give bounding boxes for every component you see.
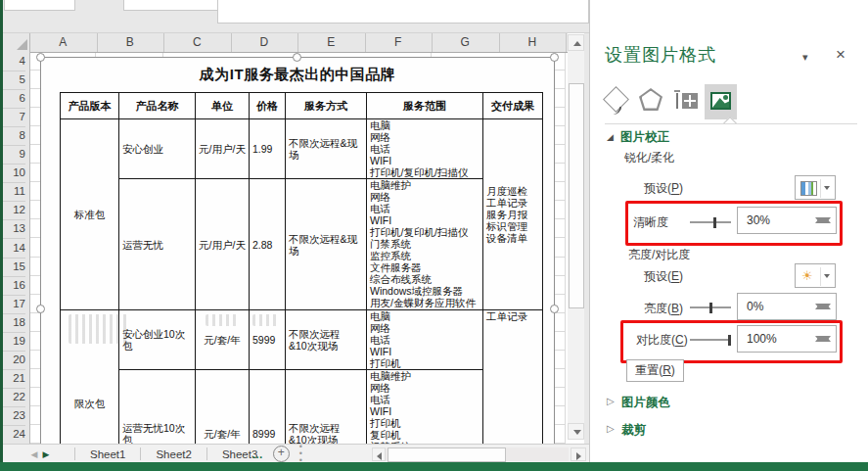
sheet-tab-sheet3[interactable]: Sheet3	[208, 446, 257, 463]
spinner-down-icon[interactable]	[815, 336, 831, 346]
contrast-slider[interactable]	[690, 339, 731, 341]
row-header-12[interactable]: 12	[3, 201, 25, 220]
column-header-E[interactable]: E	[297, 33, 366, 52]
scroll-right-button[interactable]	[571, 447, 586, 461]
scroll-left-button[interactable]	[372, 447, 386, 461]
row-header-17[interactable]: 17	[3, 295, 25, 314]
horizontal-scrollbar[interactable]	[372, 447, 569, 461]
picture-tab-selected[interactable]	[705, 84, 737, 119]
expand-triangle-icon[interactable]: ▷	[607, 396, 615, 406]
scroll-down-button[interactable]	[568, 423, 584, 440]
column-header-F[interactable]: F	[365, 33, 434, 52]
resize-handle-top-left[interactable]	[36, 53, 45, 62]
row-header-5[interactable]: 5	[3, 71, 25, 90]
fill-line-icon[interactable]	[603, 86, 629, 113]
brightness-contrast-label: 亮度/对比度	[628, 247, 690, 263]
tab-scroll-right-icon[interactable]: ▶	[40, 449, 52, 459]
size-properties-icon[interactable]	[682, 93, 698, 109]
column-header-H[interactable]: H	[499, 33, 568, 52]
spinner-down-icon[interactable]	[815, 217, 831, 227]
brightness-spinner[interactable]: 0%	[737, 293, 837, 320]
row-header-19[interactable]: 19	[3, 332, 25, 352]
resize-handle-middle-right[interactable]	[550, 305, 559, 313]
spinner-down-icon[interactable]	[815, 304, 831, 313]
row-header-10[interactable]: 10	[3, 164, 25, 183]
pane-menu-arrow-icon[interactable]: ▾	[802, 51, 808, 64]
row-header-16[interactable]: 16	[3, 276, 25, 296]
sharpness-value[interactable]: 30%	[747, 213, 770, 227]
row-header-11[interactable]: 11	[3, 182, 25, 202]
section-crop[interactable]: 裁剪	[621, 422, 646, 439]
effects-icon[interactable]	[639, 88, 662, 111]
close-icon[interactable]: ×	[836, 45, 845, 65]
collapse-triangle-icon[interactable]: ◢	[607, 132, 614, 142]
row-header-24[interactable]: 24	[3, 425, 25, 444]
pane-divider-line	[605, 123, 857, 124]
contrast-value[interactable]: 100%	[747, 332, 777, 346]
section-picture-color[interactable]: 图片颜色	[621, 395, 670, 411]
vertical-scrollbar[interactable]	[568, 34, 584, 440]
formula-bar-input[interactable]	[217, 0, 589, 24]
cell-price: 8999	[250, 370, 286, 447]
expand-triangle-icon[interactable]: ▷	[607, 423, 615, 434]
resize-handle-top-right[interactable]	[550, 53, 559, 62]
row-header-20[interactable]: 20	[3, 351, 25, 370]
row-header-7[interactable]: 7	[3, 108, 25, 127]
resize-handle-top-center[interactable]	[293, 53, 301, 62]
row-header-18[interactable]: 18	[3, 313, 25, 333]
brightness-slider-handle[interactable]	[709, 303, 712, 313]
row-header-14[interactable]: 14	[3, 239, 25, 259]
sharpen-preset-button[interactable]	[795, 175, 836, 200]
sharpness-label: 清晰度	[633, 214, 668, 231]
row-header-21[interactable]: 21	[3, 369, 25, 389]
reset-button[interactable]: 重置(R)	[626, 359, 684, 382]
sharpness-slider[interactable]	[690, 221, 731, 223]
tab-scroll-left-icon[interactable]: ◀	[28, 449, 40, 459]
arrow-down-icon	[573, 430, 581, 435]
resize-handle-middle-left[interactable]	[36, 305, 45, 313]
brightness-slider[interactable]	[690, 306, 731, 308]
sheet-tab-sheet2[interactable]: Sheet2	[142, 446, 205, 463]
embedded-picture[interactable]: 成为IT服务最杰出的中国品牌 产品版本 产品名称 单位 价格 服务方式 服务范围…	[40, 57, 555, 446]
tabs-overflow-indicator[interactable]: …	[251, 448, 264, 460]
row-header-22[interactable]: 22	[3, 388, 25, 407]
sheet-tab-sheet1[interactable]: Sheet1	[76, 446, 139, 463]
row-header-13[interactable]: 13	[3, 219, 25, 239]
scan-artifact	[69, 314, 129, 344]
picture-title: 成为IT服务最杰出的中国品牌	[41, 66, 554, 84]
brightness-value[interactable]: 0%	[747, 300, 763, 313]
sheet-tab-bar: ◀ ▶ Sheet1Sheet2Sheet3 … + •••	[3, 444, 589, 463]
scroll-up-button[interactable]	[568, 34, 584, 51]
row-header-8[interactable]: 8	[3, 126, 25, 146]
cell-method: 不限次远程 &10次现场	[286, 370, 367, 447]
row-header-15[interactable]: 15	[3, 258, 25, 277]
tabbar-resize-handle[interactable]: •••	[299, 444, 302, 464]
column-header-A[interactable]: A	[29, 33, 98, 52]
row-header-9[interactable]: 9	[3, 145, 25, 165]
horizontal-scroll-thumb[interactable]	[388, 447, 506, 462]
column-header-B[interactable]: B	[97, 33, 165, 52]
size-ibeam-icon[interactable]	[674, 90, 680, 111]
row-header-6[interactable]: 6	[3, 89, 25, 109]
add-sheet-button[interactable]: +	[273, 446, 290, 462]
sharpen-preset-label: 预设(P)	[644, 180, 683, 197]
cell-deliverable: 工单记录	[483, 310, 543, 447]
sharpness-spinner[interactable]: 30%	[737, 207, 837, 234]
column-header-D[interactable]: D	[231, 33, 299, 52]
row-header-4[interactable]: 4	[3, 52, 25, 71]
name-box[interactable]	[4, 0, 75, 11]
section-picture-corrections[interactable]: 图片校正	[620, 129, 669, 146]
brightness-preset-button[interactable]: ☀	[795, 263, 836, 288]
sharpen-soften-label: 锐化/柔化	[624, 150, 674, 166]
contrast-spinner[interactable]: 100%	[737, 325, 837, 353]
cell-method: 不限次远程 &10次现场	[286, 310, 367, 370]
picture-icon	[710, 92, 731, 110]
column-header-G[interactable]: G	[432, 33, 500, 52]
vertical-scroll-thumb[interactable]	[569, 83, 584, 308]
row-header-23[interactable]: 23	[3, 406, 25, 426]
sharpness-slider-handle[interactable]	[713, 217, 716, 228]
column-header-C[interactable]: C	[163, 33, 232, 52]
select-all-corner[interactable]	[3, 33, 30, 52]
arrow-right-icon	[576, 452, 581, 460]
contrast-slider-handle[interactable]	[728, 335, 731, 346]
